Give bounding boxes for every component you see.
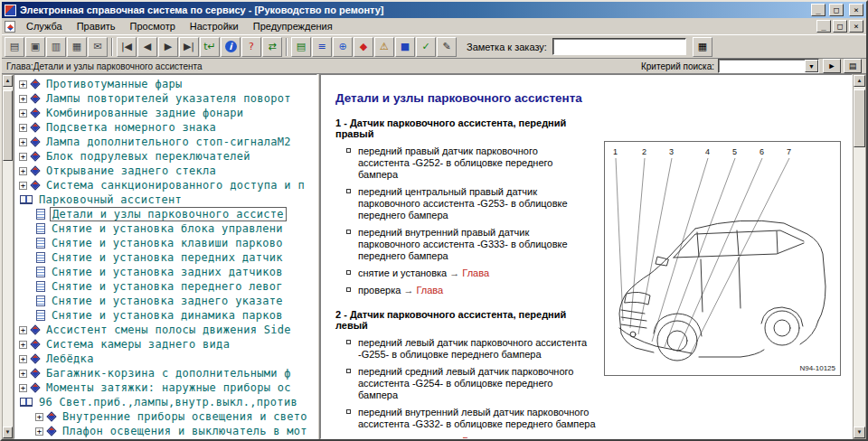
expand-icon[interactable]: +: [19, 153, 27, 161]
minimize-button[interactable]: _: [811, 4, 826, 16]
tree-scrollbar[interactable]: ▲ ▼: [2, 74, 14, 439]
expand-icon[interactable]: +: [19, 80, 27, 89]
tree-item[interactable]: +Ассистент смены полосы движения Side: [14, 323, 316, 337]
tree-item-label[interactable]: Ассистент смены полосы движения Side: [44, 324, 293, 336]
tree-item[interactable]: +Подсветка номерного знака: [14, 120, 316, 135]
wiring-diagrams-button[interactable]: ≡: [312, 37, 332, 57]
tree-item-label[interactable]: Плафон освещения и выключатель в мот: [61, 425, 309, 437]
tree-item[interactable]: +Система камеры заднего вида: [14, 337, 316, 352]
tree-item-label[interactable]: Лампы повторителей указателя поворот: [44, 92, 293, 105]
tree-item[interactable]: +Лампы повторителей указателя поворот: [14, 91, 316, 106]
tree-item-label[interactable]: Лебёдка: [44, 352, 96, 365]
tree-item[interactable]: Снятие и установка динамика парков: [14, 308, 316, 323]
tree-item[interactable]: Парковочный ассистент: [14, 192, 316, 207]
menu-item-3[interactable]: Настройки: [183, 19, 246, 33]
tree-item[interactable]: Снятие и установка клавиши парково: [14, 236, 316, 250]
tree-item[interactable]: 96 Свет.приб.,лампы,внутр.выкл.,против: [14, 395, 316, 409]
tree-item[interactable]: +Лампы и выключатели на передней пане: [14, 438, 316, 439]
order-note-input[interactable]: [552, 38, 686, 55]
return-button[interactable]: t↵: [200, 37, 220, 57]
tree-item-label[interactable]: Детали и узлы парковочного ассисте: [50, 207, 287, 221]
repair-manuals-button[interactable]: ▤: [291, 37, 311, 57]
tree-scrollbar-track[interactable]: [3, 87, 13, 427]
save-button[interactable]: ▥: [46, 37, 66, 57]
tree-item[interactable]: +Комбинированные задние фонари: [14, 106, 316, 120]
pencil-button[interactable]: ✎: [437, 37, 457, 57]
tree-item[interactable]: +Блок подрулевых переключателей: [14, 149, 316, 164]
scroll-down-icon[interactable]: ▼: [854, 427, 865, 438]
expand-icon[interactable]: +: [19, 124, 27, 132]
tree-item[interactable]: Снятие и установка переднего левог: [14, 279, 316, 294]
tree-item-label[interactable]: Система санкционированного доступа и п: [44, 179, 307, 192]
content-scrollbar-thumb[interactable]: [854, 89, 865, 147]
menu-item-1[interactable]: Править: [70, 19, 123, 33]
tree-item[interactable]: Снятие и установка заднего указате: [14, 294, 316, 308]
close-button[interactable]: ×: [849, 4, 863, 16]
expand-icon[interactable]: +: [19, 326, 27, 334]
tree-item[interactable]: +Противотуманные фары: [14, 77, 316, 91]
tree-item-label[interactable]: Открывание заднего стекла: [44, 164, 218, 177]
tree-item-label[interactable]: Блок подрулевых переключателей: [44, 150, 252, 163]
tree-item-label[interactable]: Снятие и установка передних датчик: [50, 251, 285, 264]
search-criteria-combobox[interactable]: ▼: [718, 59, 819, 73]
content-scrollbar-track[interactable]: [854, 87, 865, 427]
mdi-minimize-button[interactable]: _: [816, 20, 831, 33]
tree-item-label[interactable]: Снятие и установка заднего указате: [50, 295, 285, 307]
expand-icon[interactable]: +: [19, 384, 27, 392]
tree-item[interactable]: Детали и узлы парковочного ассисте: [14, 207, 316, 221]
scroll-down-icon[interactable]: ▼: [3, 427, 13, 438]
menu-item-2[interactable]: Просмотр: [123, 19, 183, 33]
tree-item[interactable]: +Плафон освещения и выключатель в мот: [14, 424, 316, 438]
tree-item-label[interactable]: Подсветка номерного знака: [44, 121, 218, 134]
tree-item[interactable]: +Лампа дополнительного стоп-сигналаМ2: [14, 135, 316, 149]
tree-item[interactable]: +Лебёдка: [14, 352, 316, 366]
tree-item[interactable]: +Открывание заднего стекла: [14, 164, 316, 178]
tree-item[interactable]: Снятие и установка блока управлени: [14, 221, 316, 236]
expand-icon[interactable]: +: [19, 109, 27, 117]
expand-icon[interactable]: +: [19, 167, 27, 175]
tree-item-label[interactable]: Противотуманные фары: [44, 78, 184, 90]
tree-item-label[interactable]: Лампа дополнительного стоп-сигналаМ2: [44, 136, 293, 148]
chevron-down-icon[interactable]: ▼: [805, 60, 818, 72]
tree-item-label[interactable]: Снятие и установка переднего левог: [50, 280, 285, 293]
menu-item-0[interactable]: Служба: [19, 19, 70, 33]
tree-item-label[interactable]: Моменты затяжки: наружные приборы ос: [44, 381, 293, 394]
tree-item[interactable]: +Багажник-корзина с дополнительными ф: [14, 366, 316, 380]
block-button[interactable]: ■: [395, 37, 415, 57]
service-button[interactable]: ◆: [354, 37, 373, 57]
expand-icon[interactable]: +: [19, 95, 27, 103]
expand-icon[interactable]: +: [19, 370, 27, 378]
menu-item-4[interactable]: Предупреждения: [246, 19, 340, 33]
tree-item-label[interactable]: Снятие и установка динамика парков: [50, 309, 285, 322]
tree-item[interactable]: +Моменты затяжки: наружные приборы ос: [14, 380, 316, 395]
tree-item[interactable]: Снятие и установка передних датчик: [14, 250, 316, 265]
print-button[interactable]: ▤: [5, 37, 24, 57]
maximize-button[interactable]: □: [829, 4, 844, 16]
info-button[interactable]: i: [221, 37, 241, 57]
tree-scrollbar-thumb[interactable]: [3, 90, 13, 161]
prev-page-button[interactable]: ◀: [137, 37, 157, 57]
search-start-button[interactable]: ►: [823, 59, 841, 73]
help-button[interactable]: ?: [241, 37, 261, 57]
chapter-link[interactable]: Глава: [416, 285, 443, 296]
tree-item-label[interactable]: Комбинированные задние фонари: [44, 107, 245, 119]
tree-item-label[interactable]: 96 Свет.приб.,лампы,внутр.выкл.,против: [37, 396, 299, 408]
first-page-button[interactable]: |◀: [117, 37, 137, 57]
expand-icon[interactable]: +: [19, 182, 27, 190]
chapter-link[interactable]: Глава: [462, 267, 489, 278]
scroll-up-icon[interactable]: ▲: [3, 75, 13, 87]
tree-item[interactable]: Снятие и установка задних датчиков: [14, 265, 316, 279]
sync-button[interactable]: ⇄: [262, 37, 282, 57]
tree-item-label[interactable]: Багажник-корзина с дополнительными ф: [44, 367, 293, 380]
mdi-restore-button[interactable]: □: [833, 20, 847, 33]
tree-item[interactable]: +Внутренние приборы освещения и свето: [14, 409, 316, 424]
warning-button[interactable]: ⚠: [374, 37, 394, 57]
copy-button[interactable]: ▣: [25, 37, 45, 57]
last-page-button[interactable]: ▶|: [179, 37, 199, 57]
tree-item[interactable]: +Система санкционированного доступа и п: [14, 178, 316, 192]
tree-item-label[interactable]: Снятие и установка клавиши парково: [50, 237, 285, 249]
tree-item-label[interactable]: Снятие и установка блока управлени: [50, 222, 285, 235]
expand-icon[interactable]: +: [19, 138, 27, 146]
tree-item-label[interactable]: Снятие и установка задних датчиков: [50, 266, 285, 278]
tree-item-label[interactable]: Внутренние приборы освещения и свето: [61, 410, 309, 423]
